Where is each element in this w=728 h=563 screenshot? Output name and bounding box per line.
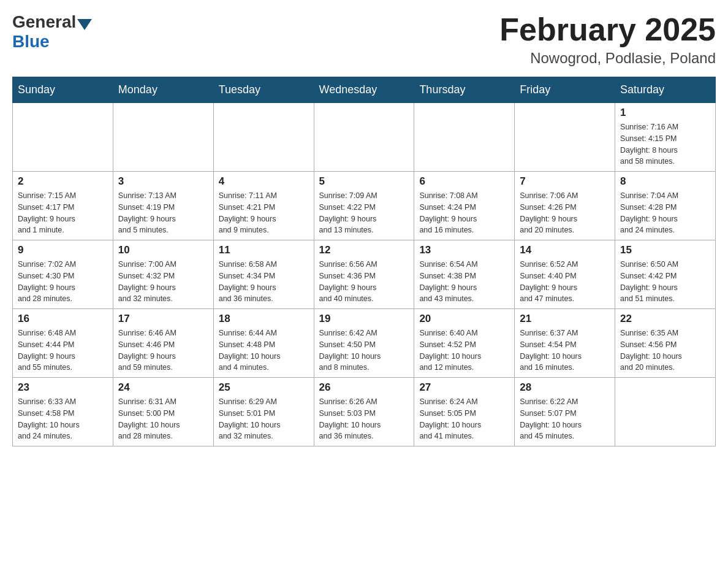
calendar-cell: 17Sunrise: 6:46 AMSunset: 4:46 PMDayligh…	[113, 309, 213, 378]
day-number: 8	[620, 175, 710, 188]
day-info: Sunrise: 6:52 AMSunset: 4:40 PMDaylight:…	[520, 259, 610, 305]
day-info: Sunrise: 6:33 AMSunset: 4:58 PMDaylight:…	[18, 396, 108, 442]
weekday-header-saturday: Saturday	[615, 77, 716, 103]
calendar-cell	[113, 103, 213, 172]
calendar-cell: 27Sunrise: 6:24 AMSunset: 5:05 PMDayligh…	[414, 378, 515, 446]
calendar-cell: 18Sunrise: 6:44 AMSunset: 4:48 PMDayligh…	[213, 309, 314, 378]
logo-text: General	[12, 12, 93, 32]
logo-general: General	[12, 12, 76, 32]
calendar-cell	[414, 103, 515, 172]
calendar-cell: 8Sunrise: 7:04 AMSunset: 4:28 PMDaylight…	[615, 172, 716, 240]
day-info: Sunrise: 7:02 AMSunset: 4:30 PMDaylight:…	[18, 259, 108, 305]
weekday-header-wednesday: Wednesday	[314, 77, 414, 103]
day-number: 4	[219, 175, 309, 188]
day-number: 21	[520, 313, 610, 325]
calendar-cell: 14Sunrise: 6:52 AMSunset: 4:40 PMDayligh…	[515, 240, 615, 309]
calendar-cell: 26Sunrise: 6:26 AMSunset: 5:03 PMDayligh…	[314, 378, 414, 446]
calendar-cell: 21Sunrise: 6:37 AMSunset: 4:54 PMDayligh…	[515, 309, 615, 378]
calendar-cell: 4Sunrise: 7:11 AMSunset: 4:21 PMDaylight…	[213, 172, 314, 240]
calendar-cell: 1Sunrise: 7:16 AMSunset: 4:15 PMDaylight…	[615, 103, 716, 172]
calendar-cell: 15Sunrise: 6:50 AMSunset: 4:42 PMDayligh…	[615, 240, 716, 309]
calendar-cell: 28Sunrise: 6:22 AMSunset: 5:07 PMDayligh…	[515, 378, 615, 446]
day-info: Sunrise: 6:26 AMSunset: 5:03 PMDaylight:…	[319, 396, 409, 442]
calendar-cell	[615, 378, 716, 446]
logo-blue: Blue	[12, 32, 50, 51]
day-info: Sunrise: 6:50 AMSunset: 4:42 PMDaylight:…	[620, 259, 710, 305]
day-info: Sunrise: 6:44 AMSunset: 4:48 PMDaylight:…	[219, 327, 309, 373]
month-title: February 2025	[499, 12, 716, 47]
day-info: Sunrise: 7:15 AMSunset: 4:17 PMDaylight:…	[18, 190, 108, 236]
week-row-4: 16Sunrise: 6:48 AMSunset: 4:44 PMDayligh…	[13, 309, 716, 378]
day-info: Sunrise: 6:35 AMSunset: 4:56 PMDaylight:…	[620, 327, 710, 373]
calendar-cell	[515, 103, 615, 172]
weekday-header-monday: Monday	[113, 77, 213, 103]
week-row-1: 1Sunrise: 7:16 AMSunset: 4:15 PMDaylight…	[13, 103, 716, 172]
day-number: 14	[520, 244, 610, 256]
calendar-cell	[13, 103, 113, 172]
logo-arrow-icon	[77, 19, 92, 30]
calendar-cell: 10Sunrise: 7:00 AMSunset: 4:32 PMDayligh…	[113, 240, 213, 309]
location-title: Nowogrod, Podlasie, Poland	[499, 50, 716, 67]
day-number: 5	[319, 175, 409, 188]
day-info: Sunrise: 7:16 AMSunset: 4:15 PMDaylight:…	[620, 121, 710, 167]
calendar-cell: 12Sunrise: 6:56 AMSunset: 4:36 PMDayligh…	[314, 240, 414, 309]
day-number: 26	[319, 381, 409, 394]
weekday-header-friday: Friday	[515, 77, 615, 103]
week-row-2: 2Sunrise: 7:15 AMSunset: 4:17 PMDaylight…	[13, 172, 716, 240]
day-number: 18	[219, 313, 309, 325]
calendar-cell: 19Sunrise: 6:42 AMSunset: 4:50 PMDayligh…	[314, 309, 414, 378]
day-number: 24	[118, 381, 208, 394]
calendar-cell: 24Sunrise: 6:31 AMSunset: 5:00 PMDayligh…	[113, 378, 213, 446]
day-number: 23	[18, 381, 108, 394]
day-info: Sunrise: 6:58 AMSunset: 4:34 PMDaylight:…	[219, 259, 309, 305]
calendar-table: SundayMondayTuesdayWednesdayThursdayFrid…	[12, 77, 716, 446]
calendar-cell: 22Sunrise: 6:35 AMSunset: 4:56 PMDayligh…	[615, 309, 716, 378]
day-number: 9	[18, 244, 108, 256]
day-number: 16	[18, 313, 108, 325]
week-row-3: 9Sunrise: 7:02 AMSunset: 4:30 PMDaylight…	[13, 240, 716, 309]
title-section: February 2025 Nowogrod, Podlasie, Poland	[499, 12, 716, 67]
day-number: 19	[319, 313, 409, 325]
weekday-header-tuesday: Tuesday	[213, 77, 314, 103]
weekday-header-sunday: Sunday	[13, 77, 113, 103]
weekday-header-row: SundayMondayTuesdayWednesdayThursdayFrid…	[13, 77, 716, 103]
day-number: 11	[219, 244, 309, 256]
day-info: Sunrise: 6:40 AMSunset: 4:52 PMDaylight:…	[419, 327, 509, 373]
day-number: 15	[620, 244, 710, 256]
day-info: Sunrise: 6:31 AMSunset: 5:00 PMDaylight:…	[118, 396, 208, 442]
day-number: 17	[118, 313, 208, 325]
day-number: 10	[118, 244, 208, 256]
calendar-cell: 9Sunrise: 7:02 AMSunset: 4:30 PMDaylight…	[13, 240, 113, 309]
day-info: Sunrise: 7:13 AMSunset: 4:19 PMDaylight:…	[118, 190, 208, 236]
calendar-cell	[213, 103, 314, 172]
calendar-cell: 25Sunrise: 6:29 AMSunset: 5:01 PMDayligh…	[213, 378, 314, 446]
week-row-5: 23Sunrise: 6:33 AMSunset: 4:58 PMDayligh…	[13, 378, 716, 446]
day-info: Sunrise: 7:11 AMSunset: 4:21 PMDaylight:…	[219, 190, 309, 236]
logo: General Blue	[12, 12, 93, 52]
day-number: 7	[520, 175, 610, 188]
calendar-cell: 2Sunrise: 7:15 AMSunset: 4:17 PMDaylight…	[13, 172, 113, 240]
day-number: 27	[419, 381, 509, 394]
calendar-cell: 5Sunrise: 7:09 AMSunset: 4:22 PMDaylight…	[314, 172, 414, 240]
day-info: Sunrise: 6:48 AMSunset: 4:44 PMDaylight:…	[18, 327, 108, 373]
day-number: 22	[620, 313, 710, 325]
day-info: Sunrise: 6:37 AMSunset: 4:54 PMDaylight:…	[520, 327, 610, 373]
day-info: Sunrise: 6:46 AMSunset: 4:46 PMDaylight:…	[118, 327, 208, 373]
day-info: Sunrise: 6:56 AMSunset: 4:36 PMDaylight:…	[319, 259, 409, 305]
calendar-cell: 16Sunrise: 6:48 AMSunset: 4:44 PMDayligh…	[13, 309, 113, 378]
calendar-cell: 13Sunrise: 6:54 AMSunset: 4:38 PMDayligh…	[414, 240, 515, 309]
calendar-cell	[314, 103, 414, 172]
calendar-cell: 3Sunrise: 7:13 AMSunset: 4:19 PMDaylight…	[113, 172, 213, 240]
calendar-cell: 20Sunrise: 6:40 AMSunset: 4:52 PMDayligh…	[414, 309, 515, 378]
day-number: 25	[219, 381, 309, 394]
day-number: 20	[419, 313, 509, 325]
day-info: Sunrise: 7:00 AMSunset: 4:32 PMDaylight:…	[118, 259, 208, 305]
calendar-cell: 6Sunrise: 7:08 AMSunset: 4:24 PMDaylight…	[414, 172, 515, 240]
day-info: Sunrise: 6:54 AMSunset: 4:38 PMDaylight:…	[419, 259, 509, 305]
day-info: Sunrise: 6:24 AMSunset: 5:05 PMDaylight:…	[419, 396, 509, 442]
day-info: Sunrise: 7:06 AMSunset: 4:26 PMDaylight:…	[520, 190, 610, 236]
logo-blue-text: Blue	[12, 32, 50, 52]
day-number: 12	[319, 244, 409, 256]
calendar-cell: 7Sunrise: 7:06 AMSunset: 4:26 PMDaylight…	[515, 172, 615, 240]
weekday-header-thursday: Thursday	[414, 77, 515, 103]
